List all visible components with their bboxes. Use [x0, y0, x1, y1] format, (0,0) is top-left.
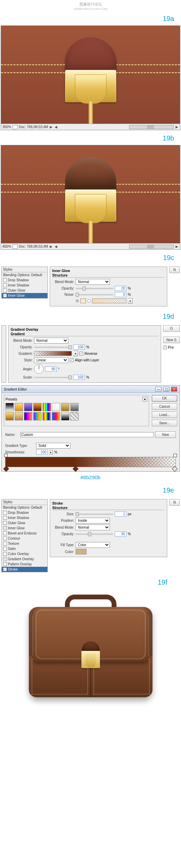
window-close-icon[interactable]: ×	[171, 387, 177, 392]
side-button[interactable]: N	[169, 267, 180, 273]
color-stop-left[interactable]	[3, 466, 9, 472]
scale-value[interactable]: 100	[73, 375, 85, 380]
scroll-left-icon[interactable]: ◀	[54, 125, 58, 129]
style-item[interactable]: Pattern Overlay	[2, 562, 47, 567]
glow-color-swatch[interactable]	[80, 298, 86, 303]
noise-slider[interactable]	[76, 294, 113, 295]
noise-value[interactable]: 0	[115, 292, 126, 297]
size-value[interactable]: 1	[115, 511, 126, 517]
gradient-dropdown-icon[interactable]: ▾	[128, 298, 133, 304]
glow-gradient-radio[interactable]	[87, 299, 91, 303]
gradient-preset[interactable]	[70, 403, 79, 411]
horizontal-scrollbar[interactable]	[129, 125, 174, 129]
style-item[interactable]: Blending Options: Default	[2, 505, 47, 510]
fill-type-select[interactable]: Color	[76, 542, 110, 548]
blend-mode-select[interactable]: Normal	[34, 338, 68, 343]
style-checkbox[interactable]	[3, 294, 7, 297]
scroll-left-icon[interactable]: ◀	[54, 245, 58, 248]
gradient-editor-titlebar[interactable]: Gradient Editor — ▢ ×	[2, 386, 179, 393]
gradient-preset[interactable]	[61, 403, 69, 411]
opacity-value[interactable]: 100	[73, 345, 85, 350]
ok-button[interactable]: OK	[152, 395, 177, 402]
reverse-checkbox[interactable]	[79, 352, 83, 356]
angle-dial[interactable]	[34, 364, 44, 374]
gradient-preset[interactable]	[24, 412, 32, 420]
style-checkbox[interactable]	[3, 557, 7, 561]
gradient-preset[interactable]	[24, 403, 32, 411]
gradient-name-input[interactable]	[20, 432, 154, 437]
position-select[interactable]: Inside	[76, 518, 110, 523]
style-item[interactable]: Stroke	[2, 567, 47, 572]
glow-gradient-swatch[interactable]	[92, 298, 126, 303]
cancel-button[interactable]: Cancel	[152, 403, 177, 410]
scroll-right-icon[interactable]: ▶	[175, 245, 179, 248]
gradient-preset[interactable]	[52, 403, 60, 411]
new-button[interactable]: New	[155, 431, 176, 438]
gradient-preset[interactable]	[43, 412, 51, 420]
opacity-stop-left[interactable]	[4, 454, 8, 457]
style-item[interactable]: Drop Shadow	[2, 510, 47, 515]
style-checkbox[interactable]	[3, 547, 7, 551]
new-style-button-partial[interactable]: New S	[163, 337, 180, 343]
angle-value[interactable]: 90	[45, 367, 57, 372]
size-slider[interactable]	[76, 514, 113, 515]
style-checkbox[interactable]	[3, 537, 7, 540]
window-minimize-icon[interactable]: —	[155, 387, 161, 392]
style-select[interactable]: Linear	[34, 357, 68, 363]
style-checkbox[interactable]	[3, 526, 7, 530]
stroke-color-swatch[interactable]	[76, 549, 87, 554]
style-checkbox[interactable]	[3, 289, 7, 292]
blend-mode-select[interactable]: Normal	[76, 279, 110, 285]
style-item[interactable]: Outer Glow	[2, 520, 47, 526]
opacity-slider[interactable]	[76, 533, 113, 535]
presets-menu-icon[interactable]: ▸	[143, 397, 147, 402]
style-checkbox[interactable]	[3, 567, 7, 571]
arrow-right-icon[interactable]: ▶	[49, 245, 53, 248]
blend-mode-select[interactable]: Normal	[76, 525, 110, 530]
color-stop-mid[interactable]	[73, 466, 79, 472]
style-checkbox[interactable]	[3, 283, 7, 287]
style-item[interactable]: Contour	[2, 536, 47, 541]
style-item[interactable]: Satin	[2, 546, 47, 551]
style-item[interactable]: Inner Glow	[2, 526, 47, 531]
gradient-type-select[interactable]: Solid	[36, 443, 70, 449]
style-item[interactable]: Drop Shadow	[2, 278, 47, 283]
gradient-preset[interactable]	[5, 403, 14, 411]
smoothness-dropdown-icon[interactable]: ▸	[49, 450, 53, 454]
color-stop-right[interactable]	[172, 466, 178, 472]
style-item[interactable]: Color Overlay	[2, 551, 47, 556]
gradient-preview-small[interactable]	[34, 351, 72, 356]
opacity-stop-right[interactable]	[173, 454, 177, 457]
gradient-preset[interactable]	[52, 412, 60, 420]
style-checkbox[interactable]	[3, 511, 7, 515]
style-item[interactable]: Inner Shadow	[2, 515, 47, 520]
load-button[interactable]: Load...	[152, 412, 177, 418]
style-checkbox[interactable]	[3, 531, 7, 535]
gradient-preset[interactable]	[70, 412, 79, 420]
style-checkbox[interactable]	[3, 278, 7, 282]
align-checkbox[interactable]	[70, 358, 73, 362]
style-checkbox[interactable]	[3, 542, 7, 545]
doc-info-icon[interactable]	[13, 125, 18, 129]
style-checkbox[interactable]	[3, 521, 7, 525]
save-button[interactable]: Save...	[152, 420, 177, 426]
gradient-preset[interactable]	[15, 403, 23, 411]
zoom-level[interactable]: 300%	[2, 125, 11, 129]
style-checkbox[interactable]	[3, 562, 7, 566]
side-button[interactable]: N	[169, 499, 180, 506]
ok-button-partial[interactable]: O	[163, 325, 180, 332]
horizontal-scrollbar[interactable]	[129, 245, 174, 249]
style-item[interactable]: Gradient Overlay	[2, 556, 47, 562]
gradient-preset[interactable]	[5, 412, 14, 420]
preview-checkbox[interactable]	[163, 346, 167, 349]
gradient-preset[interactable]	[33, 412, 42, 420]
window-maximize-icon[interactable]: ▢	[163, 387, 169, 392]
style-item[interactable]: Inner Glow	[2, 293, 47, 298]
gradient-preset[interactable]	[33, 403, 42, 411]
gradient-picker-icon[interactable]: ▾	[73, 351, 78, 356]
doc-info-icon[interactable]	[13, 245, 18, 249]
style-item[interactable]: Inner Shadow	[2, 283, 47, 288]
smoothness-value[interactable]: 100	[36, 450, 48, 455]
gradient-preset[interactable]	[43, 403, 51, 411]
opacity-slider[interactable]	[34, 347, 72, 348]
